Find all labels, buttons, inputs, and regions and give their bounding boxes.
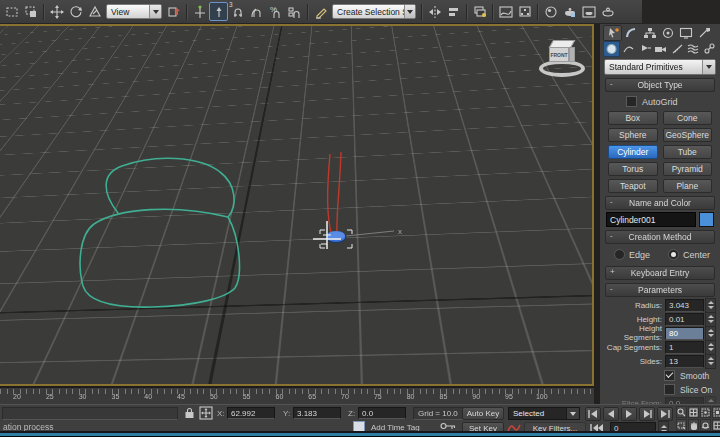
- zoom-all-icon[interactable]: [688, 406, 699, 418]
- hierarchy-tab[interactable]: [641, 26, 658, 40]
- modify-tab[interactable]: [623, 26, 640, 40]
- parameters-rollout[interactable]: - Parameters: [605, 283, 715, 297]
- percent-snap-icon[interactable]: %: [266, 2, 285, 21]
- rollout-collapse-icon[interactable]: -: [610, 284, 613, 293]
- timeline-frame-label[interactable]: 20: [13, 393, 21, 400]
- object-type-button-pyramid[interactable]: Pyramid: [663, 162, 713, 176]
- render-production-icon[interactable]: [598, 2, 617, 21]
- spinner-snap-icon[interactable]: [285, 2, 304, 21]
- rollout-collapse-icon[interactable]: -: [610, 197, 613, 206]
- slice-from-spinner[interactable]: [705, 396, 716, 405]
- height-segments-spinner[interactable]: [705, 326, 716, 341]
- display-tab[interactable]: [677, 26, 694, 40]
- viewcube-cube[interactable]: FRONT: [549, 40, 575, 66]
- edit-named-selection-sets-icon[interactable]: [311, 2, 330, 21]
- timeline-frame-label[interactable]: 60: [275, 393, 283, 400]
- zoom-icon[interactable]: [676, 406, 687, 418]
- timeline-ruler[interactable]: 20253035404550556065707580859095100: [0, 387, 594, 404]
- select-manipulate-icon[interactable]: [190, 2, 209, 21]
- next-frame-button[interactable]: [639, 407, 655, 421]
- select-move-icon[interactable]: [47, 2, 66, 21]
- select-scale-icon[interactable]: [85, 2, 104, 21]
- slice-from-input[interactable]: 0.0: [665, 397, 704, 405]
- y-coordinate-field[interactable]: 3.183: [293, 407, 341, 419]
- utilities-tab[interactable]: [695, 26, 712, 40]
- timeline-frame-label[interactable]: 75: [374, 393, 382, 400]
- cap-segments-input[interactable]: 1: [665, 341, 704, 354]
- rect-selection-region-icon[interactable]: [2, 2, 21, 21]
- space-warps-category-icon[interactable]: [686, 42, 701, 56]
- creation-method-rollout[interactable]: - Creation Method: [605, 230, 715, 244]
- lights-category-icon[interactable]: [637, 42, 652, 56]
- timeline-frame-label[interactable]: 30: [79, 393, 87, 400]
- object-type-button-geosphere[interactable]: GeoSphere: [663, 128, 713, 142]
- window-crossing-icon[interactable]: [21, 2, 40, 21]
- layer-manager-icon[interactable]: [470, 2, 489, 21]
- spline-shape-upper-loop[interactable]: [106, 158, 234, 217]
- zoom-extents-icon[interactable]: [700, 406, 711, 418]
- dropdown-arrow-icon[interactable]: [566, 408, 579, 419]
- mirror-icon[interactable]: [425, 2, 444, 21]
- cap-segments-spinner[interactable]: [705, 340, 716, 355]
- smooth-checkbox[interactable]: [664, 370, 675, 381]
- object-type-button-cylinder[interactable]: Cylinder: [608, 145, 658, 159]
- viewcube-side-face[interactable]: [569, 47, 575, 62]
- name-color-rollout[interactable]: - Name and Color: [605, 196, 715, 210]
- select-rotate-icon[interactable]: [66, 2, 85, 21]
- curve-editor-icon[interactable]: [496, 2, 515, 21]
- viewcube-front-face[interactable]: FRONT: [549, 47, 569, 62]
- rollout-expand-icon[interactable]: +: [610, 267, 615, 276]
- height-spinner[interactable]: [705, 312, 716, 327]
- selection-lock-icon[interactable]: [184, 407, 195, 420]
- autogrid-checkbox[interactable]: [626, 96, 637, 107]
- play-button[interactable]: [621, 407, 637, 421]
- slice-on-checkbox[interactable]: [664, 384, 675, 395]
- z-coordinate-field[interactable]: 0.0: [358, 407, 406, 419]
- timeline-frame-label[interactable]: 55: [243, 393, 251, 400]
- timeline-frame-label[interactable]: 90: [472, 393, 480, 400]
- rollout-collapse-icon[interactable]: -: [610, 79, 613, 88]
- spline-shape-blob[interactable]: [80, 209, 239, 307]
- x-coordinate-field[interactable]: 62.992: [227, 407, 275, 419]
- cameras-category-icon[interactable]: [653, 42, 668, 56]
- dropdown-arrow-icon[interactable]: [702, 60, 715, 74]
- radius-input[interactable]: 3.043: [665, 299, 704, 312]
- dropdown-arrow-icon[interactable]: [404, 5, 415, 18]
- timeline-frame-label[interactable]: 45: [177, 393, 185, 400]
- timeline-frame-label[interactable]: 100: [536, 393, 548, 400]
- geometry-category-icon[interactable]: [603, 41, 620, 57]
- timeline-frame-label[interactable]: 85: [439, 393, 447, 400]
- maxscript-mini-listener[interactable]: [2, 407, 178, 420]
- systems-category-icon[interactable]: [702, 42, 717, 56]
- object-type-button-sphere[interactable]: Sphere: [608, 128, 658, 142]
- create-tab[interactable]: [603, 25, 622, 41]
- red-spline-right[interactable]: [337, 152, 341, 235]
- zoom-region-icon[interactable]: [676, 419, 687, 431]
- rollout-collapse-icon[interactable]: -: [610, 231, 613, 240]
- timeline-frame-label[interactable]: 50: [210, 393, 218, 400]
- object-name-input[interactable]: Cylinder001: [606, 212, 696, 227]
- object-color-swatch[interactable]: [699, 212, 714, 227]
- go-to-end-button[interactable]: [657, 407, 673, 421]
- material-editor-icon[interactable]: [541, 2, 560, 21]
- pan-hand-icon[interactable]: [688, 419, 699, 431]
- object-type-button-torus[interactable]: Torus: [608, 162, 658, 176]
- height-segments-input[interactable]: 80: [665, 327, 704, 340]
- object-type-button-plane[interactable]: Plane: [663, 179, 713, 193]
- primitives-dropdown[interactable]: Standard Primitives: [604, 59, 716, 75]
- height-input[interactable]: 0.01: [665, 313, 704, 326]
- align-icon[interactable]: [444, 2, 463, 21]
- render-setup-icon[interactable]: [560, 2, 579, 21]
- helpers-category-icon[interactable]: [670, 42, 685, 56]
- rendered-frame-window-icon[interactable]: [579, 2, 598, 21]
- object-type-button-box[interactable]: Box: [608, 111, 658, 125]
- timeline-frame-label[interactable]: 80: [407, 393, 415, 400]
- motion-tab[interactable]: [659, 26, 676, 40]
- red-spline-left[interactable]: [328, 154, 332, 236]
- auto-key-button[interactable]: Auto Key: [462, 407, 504, 420]
- dropdown-arrow-icon[interactable]: [149, 5, 161, 18]
- timeline-frame-label[interactable]: 70: [341, 393, 349, 400]
- schematic-view-icon[interactable]: [515, 2, 534, 21]
- keyboard-entry-rollout[interactable]: + Keyboard Entry: [605, 266, 715, 280]
- zoom-extents-all-icon[interactable]: [712, 406, 720, 418]
